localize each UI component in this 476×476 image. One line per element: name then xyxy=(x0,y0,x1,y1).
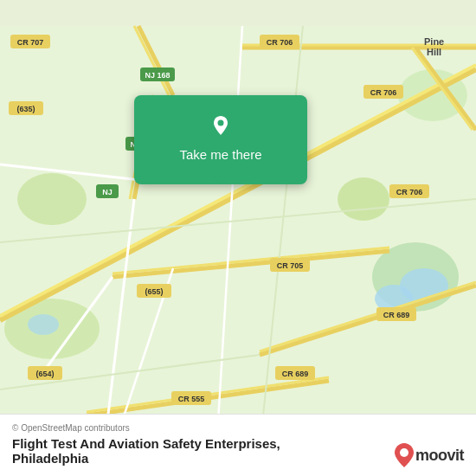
svg-point-4 xyxy=(17,173,87,225)
moovit-text: moovit xyxy=(415,447,464,465)
popup-label: Take me there xyxy=(179,147,261,162)
svg-text:CR 555: CR 555 xyxy=(178,395,205,403)
location-city: Philadelphia xyxy=(12,451,88,466)
svg-point-8 xyxy=(28,314,59,335)
bottom-bar: © OpenStreetMap contributors Flight Test… xyxy=(0,414,476,476)
svg-point-64 xyxy=(218,120,224,126)
location-pin-icon xyxy=(205,109,236,140)
map-container: CR 707 CR 706 CR 706 CR 706 NJ 168 NJ 16… xyxy=(0,0,476,476)
svg-text:Hill: Hill xyxy=(427,47,441,57)
svg-text:CR 706: CR 706 xyxy=(396,188,423,196)
svg-point-3 xyxy=(338,177,389,221)
map-svg: CR 707 CR 706 CR 706 CR 706 NJ 168 NJ 16… xyxy=(0,0,476,476)
location-name: Flight Test And Aviation Safety Enterpri… xyxy=(12,436,280,451)
svg-text:Pine: Pine xyxy=(424,36,444,47)
svg-text:(654): (654) xyxy=(35,370,54,378)
svg-text:(635): (635) xyxy=(16,105,35,113)
moovit-pin-icon xyxy=(395,443,414,467)
svg-text:CR 706: CR 706 xyxy=(267,38,293,47)
svg-text:CR 689: CR 689 xyxy=(383,311,410,319)
svg-text:CR 707: CR 707 xyxy=(17,38,44,47)
svg-text:CR 689: CR 689 xyxy=(282,370,309,378)
svg-text:(655): (655) xyxy=(145,287,163,296)
moovit-logo: moovit xyxy=(395,443,464,467)
svg-text:CR 706: CR 706 xyxy=(370,88,397,97)
copyright-text: © OpenStreetMap contributors xyxy=(12,423,464,433)
svg-point-65 xyxy=(400,448,408,457)
map-popup[interactable]: Take me there xyxy=(134,95,307,184)
svg-text:NJ 168: NJ 168 xyxy=(145,71,170,80)
popup-arrow xyxy=(212,174,229,184)
svg-text:CR 705: CR 705 xyxy=(277,261,304,270)
svg-text:NJ: NJ xyxy=(102,188,113,196)
